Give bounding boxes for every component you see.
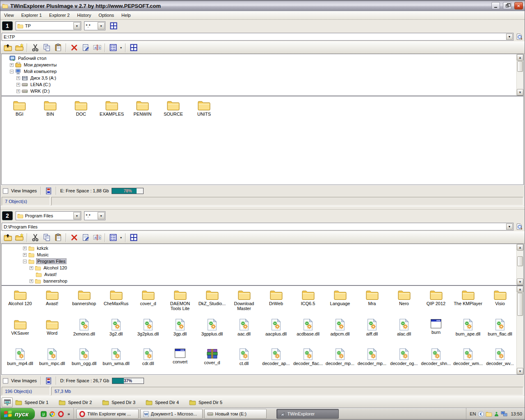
folder-item[interactable]: BIN <box>35 98 66 117</box>
folder-item[interactable]: DrWeb <box>260 288 292 317</box>
folder-item[interactable]: DOC <box>66 98 96 117</box>
menu-item[interactable]: View <box>0 11 18 19</box>
list-view-dropdown-arrow[interactable]: ▾ <box>119 236 123 240</box>
chevron-down-icon[interactable]: ▼ <box>73 22 80 30</box>
folder-item[interactable]: Word <box>36 317 68 347</box>
tree-item-label[interactable]: bannershop <box>43 278 68 283</box>
pane2-path-field[interactable]: D:\Program Files ▼ <box>2 223 514 231</box>
scroll-up-icon[interactable]: ▲ <box>517 244 523 251</box>
tray-network-icon[interactable] <box>501 411 507 417</box>
tree-item-label[interactable]: Мои документы <box>23 62 57 67</box>
tree-item[interactable]: −Program Files <box>2 258 523 265</box>
tree-expand-toggle[interactable]: − <box>10 70 14 73</box>
clock[interactable]: 13:50 <box>511 411 522 416</box>
file-item[interactable]: burn_mpc.dll <box>36 347 68 375</box>
chevron-down-icon[interactable]: ▼ <box>506 224 513 230</box>
tree-item-label[interactable]: Alcohol 120 <box>43 265 68 270</box>
speed-dir-item[interactable]: Speed Dir 3 <box>102 399 145 405</box>
folder-item[interactable]: PENWIN <box>127 98 158 117</box>
file-item[interactable]: 2xmono.dll <box>68 317 100 347</box>
taskbar-task-button[interactable]: TWin Explorer кряк ... <box>76 409 139 419</box>
chrome-icon[interactable] <box>49 411 55 417</box>
chevron-down-icon[interactable]: ▼ <box>98 22 105 30</box>
tree-item[interactable]: −Мой компьютер <box>2 68 523 75</box>
file-item[interactable]: ct.dll <box>228 347 260 375</box>
chevron-down-icon[interactable]: ▼ <box>506 34 513 40</box>
folder-item[interactable]: BGI <box>4 98 35 117</box>
file-item[interactable]: decoder_shn... <box>420 347 452 375</box>
tree-expand-toggle[interactable]: + <box>30 266 33 270</box>
folder-item[interactable]: Download Master <box>228 288 260 317</box>
tree-expand-toggle[interactable]: + <box>30 279 33 283</box>
tree-item[interactable]: +LENA (C:) <box>2 81 523 88</box>
file-item[interactable]: alac.dll <box>388 317 420 347</box>
file-item[interactable]: aiff.dll <box>356 317 388 347</box>
tree-item[interactable]: +Alcohol 120 <box>2 265 523 271</box>
file-item[interactable]: decoder_ap... <box>260 347 292 375</box>
pane1-path-field[interactable]: E:\TP ▼ <box>2 33 514 41</box>
delete-button[interactable] <box>68 233 80 243</box>
folder-item[interactable]: The KMPlayer <box>452 288 484 317</box>
up-dir-button[interactable] <box>2 43 13 53</box>
file-item[interactable]: decoder_wv... <box>484 347 516 375</box>
pane1-preview-button[interactable] <box>515 33 523 41</box>
file-item[interactable]: burn_wma.dll <box>100 347 132 375</box>
speed-dir-item[interactable]: Speed Dir 1 <box>15 399 58 405</box>
cut-button[interactable] <box>30 233 41 243</box>
list-view-button[interactable] <box>107 233 119 243</box>
copy-button[interactable] <box>41 43 52 53</box>
list-view-button[interactable] <box>107 43 119 53</box>
folder-item[interactable]: Avast! <box>36 288 68 317</box>
folder-item[interactable]: ICQ6.5 <box>292 288 324 317</box>
folder-item[interactable]: SOURCE <box>158 98 189 117</box>
tree-item-label[interactable]: Рабочий стол <box>17 56 47 61</box>
pane1-tree-scrollbar[interactable]: ▲ ▼ <box>516 54 523 96</box>
file-item[interactable]: decoder_mp... <box>324 347 356 375</box>
tree-item[interactable]: +Диск 3,5 (A:) <box>2 75 523 81</box>
file-item[interactable]: convert <box>164 347 196 375</box>
tree-expand-toggle[interactable]: + <box>16 76 20 80</box>
close-button[interactable]: ✕ <box>514 2 523 9</box>
grid-view-button[interactable] <box>128 43 139 53</box>
utorrent-icon[interactable]: μ <box>41 411 47 417</box>
chevron-down-icon[interactable]: ▼ <box>98 212 105 219</box>
paste-button[interactable] <box>52 43 64 53</box>
tree-item[interactable]: +kzkzk <box>2 245 523 251</box>
pane1-filter-combobox[interactable]: *.* ▼ <box>84 21 105 30</box>
file-item[interactable]: 3gp.dll <box>164 317 196 347</box>
tree-expand-toggle[interactable]: + <box>16 83 20 87</box>
tree-item[interactable]: Рабочий стол <box>2 55 523 62</box>
grid-view-button[interactable] <box>128 233 139 243</box>
tree-item-label[interactable]: Music <box>36 252 50 257</box>
folder-item[interactable]: bannershop <box>68 288 100 317</box>
file-item[interactable]: decoder_mp... <box>356 347 388 375</box>
properties-button[interactable] <box>80 43 91 53</box>
properties-button[interactable] <box>80 233 91 243</box>
chevron-down-icon[interactable]: ▼ <box>73 212 80 219</box>
tree-item-label[interactable]: Avast! <box>43 272 57 277</box>
folder-item[interactable]: DkZ_Studio... <box>196 288 228 317</box>
speed-dir-item[interactable]: Speed Dir 4 <box>146 399 188 405</box>
file-item[interactable]: decoder_wm... <box>452 347 484 375</box>
folder-item[interactable]: QIP 2012 <box>420 288 452 317</box>
restore-button[interactable] <box>503 2 511 9</box>
scroll-down-icon[interactable]: ▼ <box>517 89 523 96</box>
scroll-up-icon[interactable]: ▲ <box>517 286 523 292</box>
scroll-up-icon[interactable]: ▲ <box>517 54 523 61</box>
tree-item-label[interactable]: Диск 3,5 (A:) <box>30 75 57 80</box>
scroll-down-icon[interactable]: ▼ <box>517 368 523 374</box>
tree-item-label[interactable]: WRK (D:) <box>30 89 50 94</box>
file-item[interactable]: acdbase.dll <box>292 317 324 347</box>
rename-button[interactable]: ab <box>91 43 103 53</box>
menu-item[interactable]: Explorer 2 <box>46 11 73 19</box>
file-item[interactable]: 3g2.dll <box>100 317 132 347</box>
pane2-folder-combobox[interactable]: Program Files ▼ <box>16 211 81 220</box>
up-dir-button[interactable] <box>2 233 13 243</box>
file-item[interactable]: 3gpplus.dll <box>196 317 228 347</box>
tree-item[interactable]: Avast! <box>2 271 523 278</box>
tray-folder-icon[interactable] <box>486 411 492 417</box>
tree-item-label[interactable]: Мой компьютер <box>23 69 57 74</box>
folder-item[interactable]: UNITS <box>189 98 219 117</box>
taskbar-task-button[interactable]: WДокумент1 - Microso... <box>140 409 203 419</box>
tree-expand-toggle[interactable]: + <box>23 253 27 257</box>
